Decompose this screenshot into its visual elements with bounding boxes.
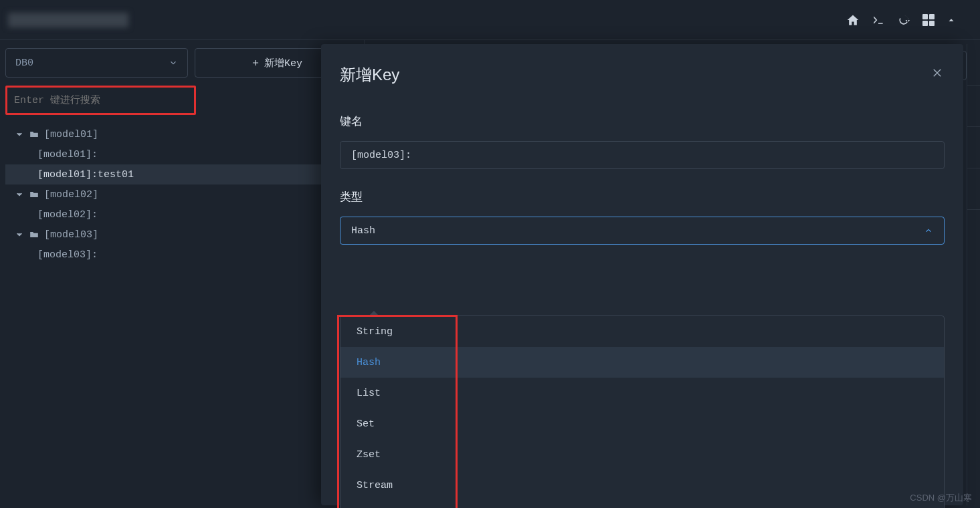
type-selected-value: Hash [351, 225, 375, 237]
right-toolstrip [967, 44, 980, 505]
option-label: String [357, 326, 393, 338]
watermark: CSDN @万山寒 [910, 492, 972, 504]
tree-label: [model02]: [37, 209, 98, 221]
keyname-label: 键名 [340, 114, 945, 129]
tree-label: [model03]: [37, 249, 98, 261]
type-option-hash[interactable]: Hash [340, 347, 944, 378]
key-tree: [model01] [model01]: [model01]:test01 [m… [5, 124, 359, 265]
tree-folder-model03[interactable]: [model03] [5, 225, 359, 245]
tree-label: [model01]: [37, 149, 98, 160]
close-button[interactable] [931, 67, 943, 82]
close-icon [931, 67, 943, 79]
new-key-modal: 新增Key 键名 [model03]: 类型 Hash String Hash … [321, 44, 963, 505]
toolstrip-slot[interactable] [967, 86, 980, 127]
refresh-icon[interactable] [897, 13, 910, 27]
search-box[interactable] [5, 86, 196, 115]
tree-label: [model03] [44, 229, 98, 241]
option-label: List [357, 388, 381, 399]
tree-folder-model02[interactable]: [model02] [5, 184, 359, 205]
add-key-label: 新增Key [264, 57, 302, 70]
chevron-up-icon [924, 226, 933, 235]
connection-name-blurred [8, 13, 128, 27]
tree-key-model01-test01[interactable]: [model01]:test01 [5, 164, 359, 184]
tree-key-model02-empty[interactable]: [model02]: [5, 205, 359, 225]
type-label: 类型 [340, 189, 945, 205]
top-icons [846, 13, 972, 27]
plus-icon [251, 58, 260, 68]
option-label: Set [357, 418, 375, 430]
sidebar: DB0 新增Key [model01] [model01]: [model01]… [0, 40, 365, 508]
type-dropdown: String Hash List Set Zset Stream ReJSON [340, 315, 945, 508]
tree-label: [model01] [44, 129, 98, 140]
type-option-stream[interactable]: Stream [340, 470, 944, 501]
type-option-zset[interactable]: Zset [340, 439, 944, 470]
type-option-set[interactable]: Set [340, 408, 944, 439]
tree-folder-model01[interactable]: [model01] [5, 124, 359, 144]
db-select-label: DB0 [15, 57, 33, 69]
collapse-icon[interactable] [947, 15, 956, 25]
search-input[interactable] [14, 95, 187, 106]
folder-open-icon [29, 190, 39, 199]
modal-title: 新增Key [340, 64, 945, 86]
option-label: Hash [357, 357, 381, 368]
chevron-down-icon [15, 130, 24, 139]
option-label: Stream [357, 480, 393, 491]
option-label: Zset [357, 449, 381, 461]
type-option-list[interactable]: List [340, 378, 944, 408]
chevron-down-icon [15, 230, 24, 239]
tree-label: [model02] [44, 189, 98, 201]
toolstrip-slot[interactable] [967, 127, 980, 168]
topbar [0, 0, 980, 40]
type-select[interactable]: Hash [340, 217, 945, 245]
home-icon[interactable] [846, 13, 860, 27]
chevron-down-icon [15, 190, 24, 199]
keyname-value: [model03]: [351, 150, 411, 161]
type-option-string[interactable]: String [340, 316, 944, 347]
folder-open-icon [29, 130, 39, 139]
terminal-icon[interactable] [872, 13, 885, 27]
type-option-rejson[interactable]: ReJSON [340, 501, 944, 508]
grid-icon[interactable] [922, 14, 935, 26]
chevron-down-icon [169, 58, 178, 68]
tree-key-model03-empty[interactable]: [model03]: [5, 245, 359, 265]
keyname-input[interactable]: [model03]: [340, 141, 945, 169]
toolstrip-slot[interactable] [967, 168, 980, 210]
tree-key-model01-empty[interactable]: [model01]: [5, 144, 359, 164]
folder-open-icon [29, 230, 39, 239]
tree-label: [model01]:test01 [37, 169, 134, 180]
db-select[interactable]: DB0 [5, 48, 188, 78]
dropdown-arrow [369, 311, 379, 316]
toolstrip-slot[interactable] [967, 44, 980, 86]
